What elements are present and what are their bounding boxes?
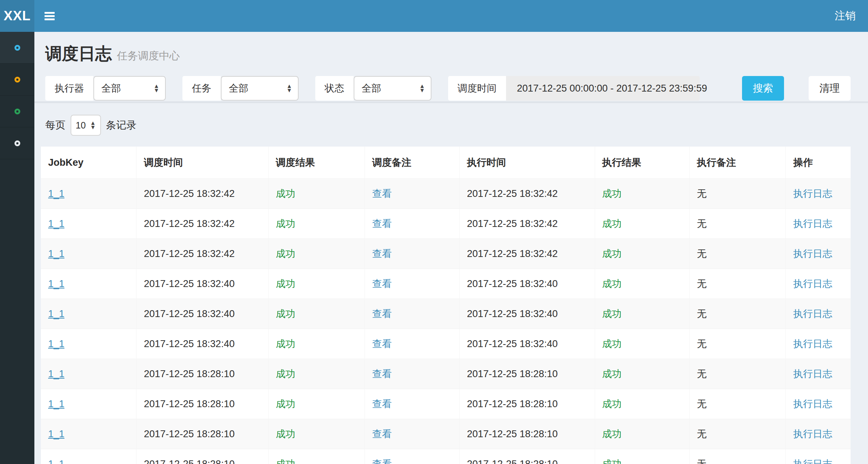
trigger-time: 2017-12-25 18:32:40	[144, 278, 235, 289]
column-header: 执行备注	[690, 147, 786, 179]
view-trigger-msg-link[interactable]: 查看	[372, 429, 392, 439]
page-size-select[interactable]: 10 ▲▼	[71, 115, 101, 136]
table-row: 1_12017-12-25 18:32:42成功查看2017-12-25 18:…	[41, 239, 851, 269]
trigger-result: 成功	[276, 459, 295, 464]
handle-msg: 无	[697, 188, 707, 199]
exec-log-link[interactable]: 执行日志	[793, 429, 832, 439]
top-navbar: XXL 注销	[0, 0, 868, 32]
handle-time: 2017-12-25 18:28:10	[467, 459, 558, 464]
status-select-value: 全部	[362, 82, 381, 95]
page-size-prefix: 每页	[45, 118, 66, 132]
trigger-result: 成功	[276, 248, 295, 259]
trigger-result: 成功	[276, 368, 295, 379]
jobkey-link[interactable]: 1_1	[48, 188, 64, 199]
jobkey-link[interactable]: 1_1	[48, 398, 64, 409]
trigger-time: 2017-12-25 18:28:10	[144, 398, 235, 409]
time-filter-label: 调度时间	[448, 76, 506, 101]
table-row: 1_12017-12-25 18:32:40成功查看2017-12-25 18:…	[41, 299, 851, 329]
exec-log-link[interactable]: 执行日志	[793, 338, 832, 349]
jobkey-link[interactable]: 1_1	[48, 218, 64, 229]
handle-time: 2017-12-25 18:32:40	[467, 278, 558, 289]
job-filter-group: 任务 全部 ▲▼	[182, 76, 299, 101]
job-select[interactable]: 全部 ▲▼	[221, 76, 299, 101]
sidebar-item-2[interactable]	[0, 64, 34, 96]
view-trigger-msg-link[interactable]: 查看	[372, 308, 392, 319]
page-size-value: 10	[76, 120, 86, 131]
handle-time: 2017-12-25 18:28:10	[467, 429, 558, 439]
exec-log-link[interactable]: 执行日志	[793, 308, 832, 319]
handle-result: 成功	[602, 429, 622, 439]
main-content: 调度日志 任务调度中心 执行器 全部 ▲▼ 任务 全部 ▲▼ 状态 全部 ▲▼	[34, 32, 868, 464]
trigger-result: 成功	[276, 188, 295, 199]
column-header: 执行结果	[595, 147, 690, 179]
executor-select[interactable]: 全部 ▲▼	[93, 76, 166, 101]
jobkey-link[interactable]: 1_1	[48, 308, 64, 319]
sidebar	[0, 32, 34, 464]
trigger-time: 2017-12-25 18:32:42	[144, 248, 235, 259]
view-trigger-msg-link[interactable]: 查看	[372, 338, 392, 349]
select-stepper-icon: ▲▼	[90, 121, 96, 129]
view-trigger-msg-link[interactable]: 查看	[372, 248, 392, 259]
exec-log-link[interactable]: 执行日志	[793, 368, 832, 379]
toolbar-divider	[34, 101, 868, 103]
status-select[interactable]: 全部 ▲▼	[354, 76, 431, 101]
exec-log-link[interactable]: 执行日志	[793, 459, 832, 464]
handle-msg: 无	[697, 459, 707, 464]
select-stepper-icon: ▲▼	[153, 84, 159, 92]
clear-button[interactable]: 清理	[809, 76, 851, 101]
jobkey-link[interactable]: 1_1	[48, 429, 64, 439]
sidebar-toggle-hamburger-icon[interactable]	[45, 12, 55, 20]
table-header-row: JobKey调度时间调度结果调度备注执行时间执行结果执行备注操作	[41, 147, 851, 179]
trigger-result: 成功	[276, 308, 295, 319]
handle-msg: 无	[697, 218, 707, 229]
trigger-time: 2017-12-25 18:28:10	[144, 368, 235, 379]
table-row: 1_12017-12-25 18:32:42成功查看2017-12-25 18:…	[41, 179, 851, 209]
time-range-input[interactable]: 2017-12-25 00:00:00 - 2017-12-25 23:59:5…	[506, 76, 700, 101]
column-header: JobKey	[41, 147, 136, 179]
trigger-result: 成功	[276, 218, 295, 229]
sidebar-item-3[interactable]	[0, 96, 34, 127]
column-header: 调度结果	[269, 147, 365, 179]
view-trigger-msg-link[interactable]: 查看	[372, 368, 392, 379]
table-row: 1_12017-12-25 18:32:40成功查看2017-12-25 18:…	[41, 329, 851, 359]
jobkey-link[interactable]: 1_1	[48, 368, 64, 379]
logout-link[interactable]: 注销	[835, 9, 856, 23]
jobkey-link[interactable]: 1_1	[48, 278, 64, 289]
column-header: 调度备注	[365, 147, 460, 179]
view-trigger-msg-link[interactable]: 查看	[372, 398, 392, 409]
exec-log-link[interactable]: 执行日志	[793, 188, 832, 199]
app-logo[interactable]: XXL	[0, 0, 34, 32]
handle-result: 成功	[602, 218, 622, 229]
circle-icon	[14, 77, 20, 83]
view-trigger-msg-link[interactable]: 查看	[372, 459, 392, 464]
handle-result: 成功	[602, 459, 622, 464]
page-size-suffix: 条记录	[106, 118, 136, 132]
trigger-time: 2017-12-25 18:32:40	[144, 338, 235, 349]
table-row: 1_12017-12-25 18:28:10成功查看2017-12-25 18:…	[41, 449, 851, 464]
exec-log-link[interactable]: 执行日志	[793, 248, 832, 259]
exec-log-link[interactable]: 执行日志	[793, 218, 832, 229]
exec-log-link[interactable]: 执行日志	[793, 278, 832, 289]
jobkey-link[interactable]: 1_1	[48, 338, 64, 349]
select-stepper-icon: ▲▼	[419, 84, 425, 92]
circle-icon	[14, 45, 20, 51]
circle-icon	[14, 140, 20, 146]
view-trigger-msg-link[interactable]: 查看	[372, 278, 392, 289]
handle-result: 成功	[602, 308, 622, 319]
exec-log-link[interactable]: 执行日志	[793, 398, 832, 409]
sidebar-item-4[interactable]	[0, 127, 34, 159]
table-body: 1_12017-12-25 18:32:42成功查看2017-12-25 18:…	[41, 179, 851, 464]
column-header: 操作	[786, 147, 851, 179]
page-title: 调度日志	[45, 43, 112, 65]
view-trigger-msg-link[interactable]: 查看	[372, 218, 392, 229]
trigger-result: 成功	[276, 278, 295, 289]
page-subtitle: 任务调度中心	[117, 49, 180, 63]
table-row: 1_12017-12-25 18:28:10成功查看2017-12-25 18:…	[41, 359, 851, 389]
filter-toolbar: 执行器 全部 ▲▼ 任务 全部 ▲▼ 状态 全部 ▲▼ 调度时间 2017-12…	[45, 76, 851, 101]
select-stepper-icon: ▲▼	[286, 84, 292, 92]
jobkey-link[interactable]: 1_1	[48, 248, 64, 259]
view-trigger-msg-link[interactable]: 查看	[372, 188, 392, 199]
sidebar-item-1[interactable]	[0, 32, 34, 64]
jobkey-link[interactable]: 1_1	[48, 459, 64, 464]
search-button[interactable]: 搜索	[742, 76, 784, 101]
